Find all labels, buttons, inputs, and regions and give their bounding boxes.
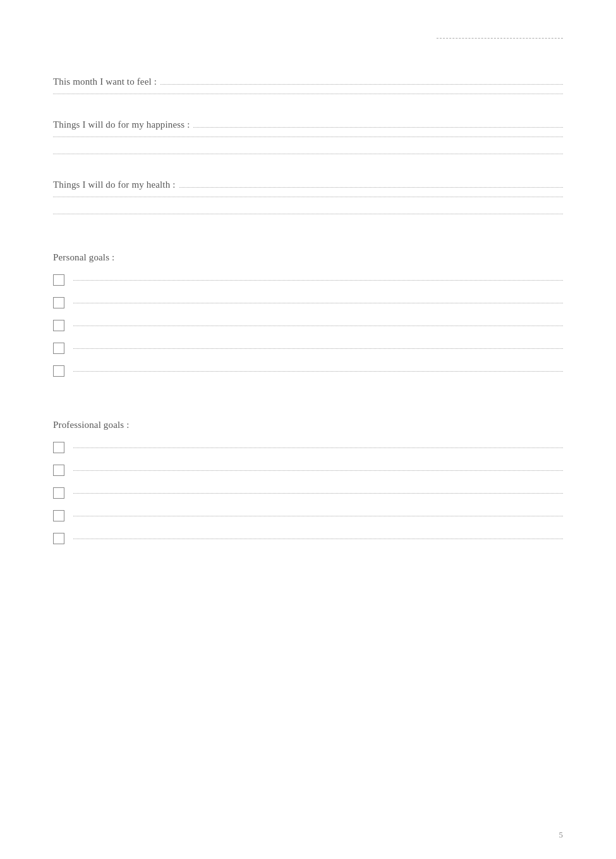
- professional-goal-row-5: [53, 533, 563, 544]
- spacer-1: [53, 101, 563, 119]
- health-label: Things I will do for my health :: [53, 180, 176, 190]
- professional-goal-row-2: [53, 465, 563, 476]
- personal-goal-row-3: [53, 320, 563, 331]
- happiness-input-line[interactable]: [193, 127, 563, 128]
- top-line-area: [53, 38, 563, 39]
- personal-goal-row-1: [53, 274, 563, 286]
- health-extra-line-2: [53, 214, 563, 214]
- professional-goal-checkbox-2[interactable]: [53, 465, 64, 476]
- personal-goals-label: Personal goals :: [53, 252, 563, 263]
- personal-goal-row-2: [53, 297, 563, 308]
- professional-goal-checkbox-5[interactable]: [53, 533, 64, 544]
- professional-goals-section: Professional goals :: [53, 420, 563, 544]
- spacer-health-inner: [53, 204, 563, 214]
- professional-goal-checkbox-4[interactable]: [53, 510, 64, 521]
- feel-section: This month I want to feel :: [53, 76, 563, 94]
- top-decorative-line: [437, 38, 563, 39]
- page: This month I want to feel : Things I wil…: [0, 0, 616, 859]
- professional-goals-label: Professional goals :: [53, 420, 563, 430]
- feel-extra-line-1: [53, 94, 563, 94]
- personal-goal-line-3[interactable]: [73, 326, 563, 326]
- personal-goal-checkbox-2[interactable]: [53, 297, 64, 308]
- personal-goal-row-4: [53, 343, 563, 354]
- personal-goal-row-5: [53, 365, 563, 377]
- personal-goal-checkbox-5[interactable]: [53, 365, 64, 377]
- professional-goal-line-1[interactable]: [73, 448, 563, 448]
- feel-label: This month I want to feel :: [53, 76, 157, 87]
- professional-goal-line-4[interactable]: [73, 516, 563, 516]
- health-input-line[interactable]: [179, 187, 563, 188]
- spacer-2: [53, 161, 563, 180]
- personal-goal-line-5[interactable]: [73, 371, 563, 372]
- professional-goal-line-2[interactable]: [73, 470, 563, 471]
- feel-field-row: This month I want to feel :: [53, 76, 563, 87]
- personal-goal-line-4[interactable]: [73, 348, 563, 349]
- feel-input-line[interactable]: [160, 84, 563, 85]
- health-field-row: Things I will do for my health :: [53, 180, 563, 190]
- personal-goal-checkbox-4[interactable]: [53, 343, 64, 354]
- happiness-extra-line-1: [53, 137, 563, 137]
- page-number: 5: [559, 830, 564, 840]
- happiness-extra-line-2: [53, 154, 563, 154]
- professional-goal-row-4: [53, 510, 563, 521]
- happiness-label: Things I will do for my happiness :: [53, 119, 190, 130]
- happiness-field-row: Things I will do for my happiness :: [53, 119, 563, 130]
- professional-goal-row-1: [53, 442, 563, 453]
- personal-goal-line-1[interactable]: [73, 280, 563, 281]
- health-section: Things I will do for my health :: [53, 180, 563, 214]
- health-extra-line-1: [53, 197, 563, 197]
- spacer-3: [53, 221, 563, 240]
- professional-goal-checkbox-1[interactable]: [53, 442, 64, 453]
- professional-goal-checkbox-3[interactable]: [53, 487, 64, 499]
- personal-goal-line-2[interactable]: [73, 303, 563, 303]
- happiness-section: Things I will do for my happiness :: [53, 119, 563, 154]
- professional-goal-row-3: [53, 487, 563, 499]
- personal-goals-section: Personal goals :: [53, 252, 563, 377]
- personal-goal-checkbox-1[interactable]: [53, 274, 64, 286]
- spacer-happiness-inner: [53, 143, 563, 154]
- personal-goal-checkbox-3[interactable]: [53, 320, 64, 331]
- professional-goal-line-5[interactable]: [73, 539, 563, 539]
- professional-goal-line-3[interactable]: [73, 493, 563, 494]
- spacer-4: [53, 388, 563, 407]
